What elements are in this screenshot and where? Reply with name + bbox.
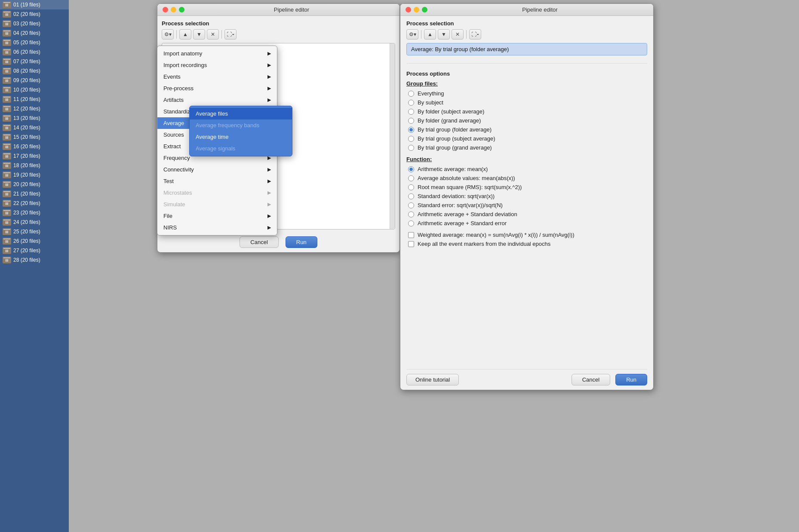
minimize-button-right[interactable] [414,7,419,12]
right-delete-button[interactable]: ✕ [452,29,464,40]
file-list-item[interactable]: ▤08 (20 files) [0,66,69,76]
cancel-button-left[interactable]: Cancel [240,236,278,248]
function-radio-item[interactable]: Arithmetic average: mean(x) [408,166,647,172]
file-icon: ▤ [3,143,11,150]
function-radio-item[interactable]: Arithmetic average + Standard error [408,220,647,226]
right-pipeline-window: Pipeline editor Process selection ⚙▾ ▲ ▼… [400,3,654,390]
minimize-button-left[interactable] [171,7,176,12]
run-button-right[interactable]: Run [615,374,647,385]
submenu-arrow-icon: ▶ [267,213,271,219]
menu-item-connectivity[interactable]: Connectivity▶ [157,164,277,175]
file-list-item[interactable]: ▤24 (20 files) [0,217,69,227]
right-node-dropdown-button[interactable]: ⛶▾ [469,29,481,40]
file-list-item[interactable]: ▤23 (20 files) [0,208,69,217]
run-button-left[interactable]: Run [286,236,317,248]
file-list-item[interactable]: ▤04 (20 files) [0,28,69,38]
file-list-item[interactable]: ▤17 (20 files) [0,151,69,161]
right-move-up-button[interactable]: ▲ [424,29,436,40]
group-radio-item[interactable]: By subject [408,99,647,106]
menu-item-file[interactable]: File▶ [157,210,277,222]
menu-item-import-recordings[interactable]: Import recordings▶ [157,59,277,71]
group-radio-item[interactable]: By folder (subject average) [408,108,647,115]
file-icon: ▤ [3,190,11,197]
maximize-button-left[interactable] [179,7,184,12]
submenu-arrow-icon: ▶ [267,51,271,56]
group-radio-item[interactable]: By trial group (grand average) [408,144,647,151]
file-list-item[interactable]: ▤15 (20 files) [0,132,69,142]
submenu-item-label: Average signals [196,145,235,152]
menu-item-artifacts[interactable]: Artifacts▶ [157,94,277,106]
group-radio-item[interactable]: Everything [408,90,647,97]
file-label: 19 (20 files) [13,172,40,178]
file-list-item[interactable]: ▤28 (20 files) [0,255,69,265]
submenu-arrow-icon: ▶ [267,190,271,196]
group-radio-item[interactable]: By trial group (folder average) [408,126,647,133]
function-radio-item[interactable]: Root mean square (RMS): sqrt(sum(x.^2)) [408,184,647,190]
submenu-item-label: Average time [196,134,228,140]
group-radio-item[interactable]: By trial group (subject average) [408,135,647,142]
right-gear-dropdown-button[interactable]: ⚙▾ [406,29,418,40]
close-button-right[interactable] [406,7,411,12]
file-list-item[interactable]: ▤03 (20 files) [0,19,69,28]
file-list-item[interactable]: ▤05 (20 files) [0,38,69,47]
file-list-item[interactable]: ▤16 (20 files) [0,142,69,151]
file-list-item[interactable]: ▤27 (20 files) [0,246,69,255]
submenu-arrow-icon: ▶ [267,74,271,79]
radio-circle [408,100,414,106]
move-up-button[interactable]: ▲ [179,29,191,40]
file-label: 12 (20 files) [13,106,40,112]
submenu: Average filesAverage frequency bandsAver… [189,106,292,156]
checkbox-group: Weighted average: mean(x) = sum(nAvg(i) … [406,232,647,247]
file-list-item[interactable]: ▤18 (20 files) [0,161,69,170]
file-icon: ▤ [3,247,11,254]
radio-circle [408,118,414,124]
checkbox-item[interactable]: Keep all the event markers from the indi… [408,241,647,247]
checkbox-item[interactable]: Weighted average: mean(x) = sum(nAvg(i) … [408,232,647,238]
submenu-item-average-time[interactable]: Average time [190,131,292,143]
file-list-item[interactable]: ▤02 (20 files) [0,9,69,19]
file-label: 17 (20 files) [13,153,40,159]
file-list-item[interactable]: ▤06 (20 files) [0,47,69,57]
cancel-button-right[interactable]: Cancel [572,374,610,385]
file-list-item[interactable]: ▤22 (20 files) [0,199,69,208]
menu-item-events[interactable]: Events▶ [157,71,277,83]
left-process-selection-label: Process selection [162,20,395,27]
submenu-arrow-icon: ▶ [267,97,271,103]
right-move-down-button[interactable]: ▼ [438,29,450,40]
file-label: 14 (20 files) [13,125,40,131]
scrollbar[interactable] [390,43,395,229]
menu-item-nirs[interactable]: NIRS▶ [157,222,277,233]
file-list-item[interactable]: ▤20 (20 files) [0,180,69,189]
file-list-item[interactable]: ▤10 (20 files) [0,85,69,95]
menu-item-pre-process[interactable]: Pre-process▶ [157,83,277,94]
file-list-item[interactable]: ▤01 (19 files) [0,0,69,9]
function-radio-item[interactable]: Standard error: sqrt(var(x))/sqrt(N) [408,202,647,208]
right-window-controls[interactable] [406,7,427,12]
file-list-item[interactable]: ▤12 (20 files) [0,104,69,113]
file-list-item[interactable]: ▤21 (20 files) [0,189,69,199]
file-list-item[interactable]: ▤11 (20 files) [0,95,69,104]
submenu-item-average-files[interactable]: Average files [190,108,292,119]
group-radio-item[interactable]: By folder (grand average) [408,117,647,124]
function-radio-item[interactable]: Arithmetic average + Standard deviation [408,211,647,217]
file-list-item[interactable]: ▤19 (20 files) [0,170,69,180]
menu-item-test[interactable]: Test▶ [157,175,277,187]
file-list-item[interactable]: ▤13 (20 files) [0,113,69,123]
online-tutorial-button[interactable]: Online tutorial [406,374,459,385]
gear-dropdown-button[interactable]: ⚙▾ [162,29,174,40]
delete-button[interactable]: ✕ [207,29,219,40]
file-list-item[interactable]: ▤25 (20 files) [0,227,69,236]
file-list-item[interactable]: ▤07 (20 files) [0,57,69,66]
file-list-item[interactable]: ▤09 (20 files) [0,76,69,85]
file-list-item[interactable]: ▤14 (20 files) [0,123,69,132]
file-label: 11 (20 files) [13,96,40,102]
function-radio-item[interactable]: Average absolute values: mean(abs(x)) [408,175,647,181]
function-radio-item[interactable]: Standard deviation: sqrt(var(x)) [408,193,647,199]
left-window-controls[interactable] [163,7,184,12]
maximize-button-right[interactable] [422,7,427,12]
close-button-left[interactable] [163,7,168,12]
move-down-button[interactable]: ▼ [193,29,205,40]
menu-item-import-anatomy[interactable]: Import anatomy▶ [157,48,277,59]
node-dropdown-button[interactable]: ⛶▾ [224,29,237,40]
file-list-item[interactable]: ▤26 (20 files) [0,236,69,246]
